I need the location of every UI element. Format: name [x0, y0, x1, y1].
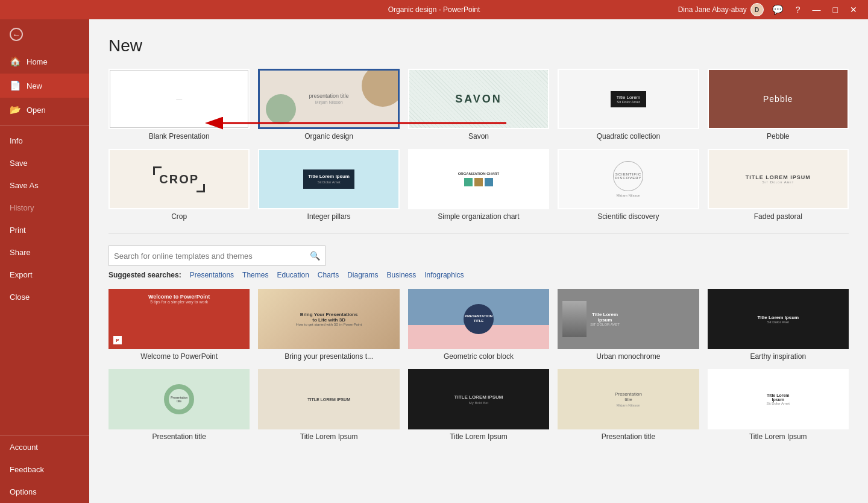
dots-text: Title LoremIpsum Sit Dolor Amet — [767, 393, 790, 405]
titlebar-controls: Dina Jane Abay-abay D 💬 ? — □ ✕ — [678, 3, 861, 16]
sidebar-item-info[interactable]: Info — [0, 130, 89, 152]
online-template-dots-name: Title Lorem Ipsum — [708, 432, 849, 441]
sidebar-item-export[interactable]: Export — [0, 264, 89, 286]
crop-inner: CROP — [159, 172, 199, 186]
online-template-dots[interactable]: Title LoremIpsum Sit Dolor Amet Title Lo… — [708, 369, 849, 441]
blank-thumb-label: — — [176, 96, 182, 103]
thumb-integer: Title Lorem Ipsum Sit Dolor Amet — [259, 150, 398, 208]
wreath-text: Presentationtitle — [171, 396, 187, 403]
sidebar-item-account[interactable]: Account — [0, 436, 89, 458]
thumb-wreath: Presentationtitle — [108, 369, 250, 429]
thumb-tiles: TITLE LOREM IPSUM — [258, 369, 399, 429]
template-faded-name: Faded pastoral — [708, 212, 849, 221]
template-pebble[interactable]: Pebble Pebble — [708, 69, 849, 141]
wreath-circle: Presentationtitle — [164, 384, 194, 414]
suggested-link-charts[interactable]: Charts — [318, 271, 339, 279]
online-template-wreath-name: Presentation title — [108, 432, 250, 441]
thumb-bird: PresentationtitleMirjam Nilsson — [558, 369, 699, 429]
page-title: New — [108, 36, 849, 55]
template-blank[interactable]: — Blank Presentation — [108, 69, 250, 141]
thumb-organic-text: presentation title Mirjam Nilsson — [309, 92, 349, 106]
online-template-bird-name: Presentation title — [558, 432, 699, 441]
user-info[interactable]: Dina Jane Abay-abay D — [678, 3, 764, 16]
urban-img — [562, 301, 587, 337]
help-button[interactable]: ? — [792, 4, 804, 16]
back-icon: ← — [10, 28, 23, 41]
home-icon: 🏠 — [10, 56, 20, 67]
featured-templates-section: — Blank Presentation presentation title … — [108, 69, 849, 221]
sidebar-item-share[interactable]: Share — [0, 241, 89, 264]
online-template-wreath[interactable]: Presentationtitle Presentation title — [108, 369, 250, 441]
template-integer[interactable]: Title Lorem Ipsum Sit Dolor Amet Integer… — [258, 149, 399, 221]
online-template-tiles-name: Title Lorem Ipsum — [258, 432, 399, 441]
thumb-integer-inner: Title Lorem Ipsum Sit Dolor Amet — [303, 169, 354, 189]
sidebar-item-history[interactable]: History — [0, 197, 89, 219]
earthy-title: Title Lorem Ipsum — [757, 315, 799, 320]
sidebar-item-options[interactable]: Options — [0, 481, 89, 503]
search-button[interactable]: 🔍 — [310, 251, 320, 261]
online-template-earthy[interactable]: Title Lorem Ipsum Sit Dolor Avet Earthy … — [708, 289, 849, 361]
suggested-link-infographics[interactable]: Infographics — [424, 271, 464, 279]
welcome-top: Welcome to PowerPoint 5 tips for a simpl… — [113, 294, 245, 304]
sidebar-item-feedback[interactable]: Feedback — [0, 458, 89, 481]
sidebar-item-close[interactable]: Close — [0, 286, 89, 308]
sidebar-item-saveas[interactable]: Save As — [0, 174, 89, 197]
online-template-welcome[interactable]: Welcome to PowerPoint 5 tips for a simpl… — [108, 289, 250, 361]
suggested-link-themes[interactable]: Themes — [242, 271, 268, 279]
thumb-faded: TITLE LOREM IPSUM Sit Dolor Amet — [709, 150, 848, 208]
sidebar-item-label-new: New — [27, 81, 42, 90]
sidebar-item-home[interactable]: 🏠 Home — [0, 49, 89, 74]
online-template-urban-name: Urban monochrome — [558, 352, 699, 361]
scientific-text: SCIENTIFICDISCOVERY — [615, 172, 641, 180]
sidebar-item-print[interactable]: Print — [0, 219, 89, 241]
online-template-bring[interactable]: Bring Your Presentationsto Life with 3D … — [258, 289, 399, 361]
template-faded[interactable]: TITLE LOREM IPSUM Sit Dolor Amet Faded p… — [708, 149, 849, 221]
bring-sub: How to get started with 3D in PowerPoint — [296, 323, 362, 326]
dark-portrait-sub: My Bold Bet — [469, 401, 488, 405]
template-organic[interactable]: presentation title Mirjam Nilsson Organi… — [258, 69, 399, 141]
search-input[interactable] — [114, 252, 310, 261]
search-box[interactable]: 🔍 — [108, 245, 326, 266]
suggested-link-presentations[interactable]: Presentations — [190, 271, 234, 279]
template-savon-name: Savon — [408, 132, 549, 141]
export-label: Export — [10, 270, 33, 279]
saveas-label: Save As — [10, 181, 39, 190]
thumb-scientific: SCIENTIFICDISCOVERY Mirjam Nilsson — [559, 150, 697, 208]
minimize-button[interactable]: — — [809, 4, 825, 16]
online-template-tiles[interactable]: TITLE LOREM IPSUM Title Lorem Ipsum — [258, 369, 399, 441]
online-template-dark-portrait[interactable]: TITLE LOREM IPSUM My Bold Bet Title Lore… — [408, 369, 549, 441]
sidebar-item-save[interactable]: Save — [0, 152, 89, 174]
titlebar: Organic design - PowerPoint Dina Jane Ab… — [0, 0, 868, 19]
user-name: Dina Jane Abay-abay — [678, 5, 747, 14]
online-template-urban[interactable]: Title LoremIpsum SIT DOLOR AVET Urban mo… — [558, 289, 699, 361]
bird-text: PresentationtitleMirjam Nilsson — [615, 391, 642, 408]
back-button[interactable]: ← — [0, 19, 89, 49]
geo-text: PRESENTATIONTITLE — [465, 314, 492, 324]
suggested-link-business[interactable]: Business — [387, 271, 417, 279]
close-button[interactable]: ✕ — [846, 4, 861, 16]
comment-icon[interactable]: 💬 — [769, 3, 787, 16]
featured-template-grid: — Blank Presentation presentation title … — [108, 69, 849, 221]
maximize-button[interactable]: □ — [829, 4, 841, 16]
sidebar-item-new[interactable]: 📄 New — [0, 74, 89, 98]
suggested-link-education[interactable]: Education — [277, 271, 309, 279]
sidebar-divider-1 — [0, 125, 89, 126]
template-org-name: Simple organization chart — [408, 212, 549, 221]
template-savon[interactable]: SAVON Savon — [408, 69, 549, 141]
sidebar-item-label-open: Open — [27, 106, 46, 115]
template-quadratic[interactable]: Title Lorem Sit Dolor Amet Quadratic col… — [558, 69, 699, 141]
print-label: Print — [10, 226, 26, 235]
online-template-bird[interactable]: PresentationtitleMirjam Nilsson Presenta… — [558, 369, 699, 441]
tiles-text: TITLE LOREM IPSUM — [307, 397, 350, 402]
main-content: New — Blank Presentation — [89, 19, 868, 503]
crop-corner-br — [197, 184, 205, 192]
template-org[interactable]: ORGANIZATION CHART Simple organization c… — [408, 149, 549, 221]
save-label: Save — [10, 159, 28, 168]
thumb-blank: — — [110, 70, 248, 128]
suggested-link-diagrams[interactable]: Diagrams — [347, 271, 378, 279]
sidebar-item-open[interactable]: 📂 Open — [0, 98, 89, 122]
online-template-geo[interactable]: PRESENTATIONTITLE Geometric color block — [408, 289, 549, 361]
thumb-geo: PRESENTATIONTITLE — [408, 289, 549, 349]
template-crop[interactable]: CROP Crop — [108, 149, 250, 221]
template-scientific[interactable]: SCIENTIFICDISCOVERY Mirjam Nilsson Scien… — [558, 149, 699, 221]
